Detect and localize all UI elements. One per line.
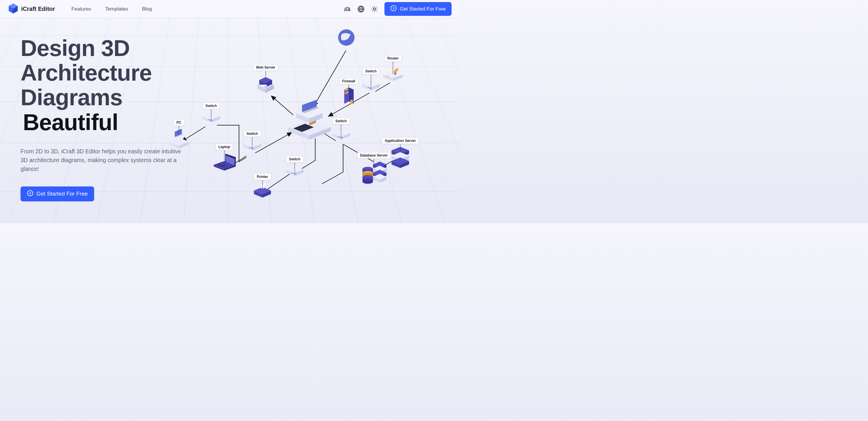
hero-cta-label: Get Started For Free: [36, 191, 88, 197]
svg-rect-32: [211, 121, 213, 121]
logo-icon: [8, 3, 18, 15]
svg-rect-87: [368, 87, 369, 88]
laptop-label: Laptop: [216, 144, 233, 150]
svg-rect-46: [221, 166, 222, 166]
svg-line-11: [372, 7, 373, 7]
firewall-label: Firewall: [339, 78, 358, 85]
printer-node: Printer: [252, 182, 273, 201]
svg-rect-98: [338, 136, 339, 137]
svg-rect-50: [222, 165, 223, 166]
nav-blog[interactable]: Blog: [142, 6, 152, 12]
svg-rect-47: [223, 166, 224, 167]
web-server-label: Web Server: [253, 64, 278, 71]
pc-label: PC: [174, 119, 184, 126]
svg-rect-55: [249, 147, 250, 148]
header-actions: Get Started For Free: [344, 2, 452, 16]
switch-right-label: Switch: [333, 118, 350, 124]
header-cta-label: Get Started For Free: [400, 6, 446, 12]
logo[interactable]: iCraft Editor: [8, 3, 55, 15]
svg-rect-57: [252, 148, 254, 149]
app-server-node: Application Server: [389, 146, 412, 173]
globe-node: [337, 28, 355, 48]
laptop-node: Laptop: [211, 154, 238, 175]
arrow-circle-icon: [27, 190, 33, 198]
svg-point-92: [395, 73, 396, 75]
svg-point-17: [391, 6, 396, 11]
switch3-label: Switch: [286, 156, 304, 162]
svg-rect-44: [218, 165, 219, 165]
svg-rect-26: [261, 85, 267, 87]
svg-rect-94: [388, 76, 389, 77]
site-header: iCraft Editor Features Templates Blog: [0, 0, 460, 18]
db-server-label: Database Server: [357, 152, 391, 159]
svg-rect-49: [220, 164, 222, 165]
hero-title-line3: Diagrams: [21, 85, 123, 110]
switch1-node: Switch: [201, 112, 221, 125]
svg-point-117: [363, 179, 373, 184]
db-server-node: Database Server: [361, 160, 387, 191]
web-server-node: Web Server: [255, 72, 276, 95]
architecture-diagram: Web Server Switch: [158, 27, 452, 223]
router-label: Router: [384, 55, 402, 62]
svg-point-4: [348, 9, 349, 9]
switch3-node: Switch: [284, 165, 305, 178]
pc-node: PC: [167, 128, 191, 151]
svg-rect-93: [386, 76, 388, 76]
switch-top-node: Switch: [361, 80, 381, 93]
switch-top-label: Switch: [363, 68, 380, 74]
hero-cta-button[interactable]: Get Started For Free: [21, 187, 94, 201]
switch2-node: Switch: [242, 140, 262, 153]
hero-title-line2: Architecture: [21, 60, 152, 86]
nav-features[interactable]: Features: [71, 6, 91, 12]
router-node: Router: [381, 67, 405, 85]
svg-point-18: [28, 190, 33, 196]
globe-icon[interactable]: [358, 6, 365, 12]
svg-rect-45: [219, 165, 220, 166]
workstation-node: [284, 94, 334, 145]
svg-line-15: [372, 10, 373, 11]
printer-label: Printer: [254, 173, 271, 180]
arrow-circle-icon: [390, 5, 397, 13]
app-server-label: Application Server: [382, 137, 419, 144]
header-cta-button[interactable]: Get Started For Free: [384, 2, 452, 16]
svg-rect-63: [295, 174, 296, 175]
svg-point-3: [346, 9, 347, 9]
logo-text: iCraft Editor: [21, 6, 55, 12]
svg-rect-51: [224, 166, 225, 166]
svg-point-8: [373, 8, 376, 10]
svg-rect-100: [341, 137, 342, 138]
firewall-node: Firewall: [340, 86, 357, 108]
switch-right-node: Switch: [331, 129, 351, 142]
svg-rect-61: [291, 173, 293, 173]
svg-rect-30: [208, 119, 209, 120]
main-nav: Features Templates Blog: [71, 6, 152, 12]
sun-icon[interactable]: [371, 6, 378, 12]
hero-title-line1: Design 3D: [21, 35, 130, 61]
hero-title-line4: Beautiful: [23, 109, 118, 135]
svg-rect-48: [219, 164, 220, 164]
discord-icon[interactable]: [344, 6, 351, 12]
switch2-label: Switch: [244, 130, 261, 137]
switch1-label: Switch: [203, 103, 220, 109]
nav-templates[interactable]: Templates: [105, 6, 128, 12]
hero-section: Design 3D Architecture Diagrams Beautifu…: [0, 18, 460, 223]
